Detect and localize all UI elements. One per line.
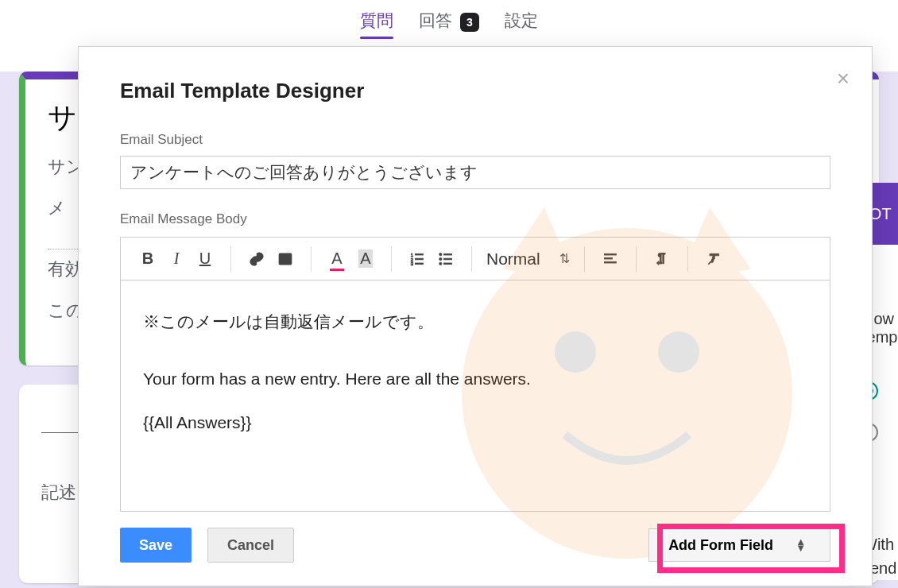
modal-title: Email Template Designer (120, 79, 830, 103)
underline-button[interactable]: U (194, 247, 216, 271)
tab-responses[interactable]: 回答 3 (419, 10, 479, 37)
text-color-button[interactable]: A (326, 247, 348, 271)
chevron-updown-icon: ▲▼ (795, 539, 806, 551)
svg-point-0 (462, 228, 792, 559)
tab-settings[interactable]: 設定 (505, 10, 538, 37)
email-template-designer-modal: × Email Template Designer Email Subject … (78, 46, 873, 586)
responses-count-badge: 3 (460, 13, 479, 32)
image-icon[interactable] (274, 247, 296, 271)
tab-questions[interactable]: 質問 (360, 10, 393, 37)
close-icon[interactable]: × (837, 66, 850, 91)
cancel-button[interactable]: Cancel (207, 528, 294, 563)
svg-point-2 (658, 331, 699, 373)
bold-button[interactable]: B (137, 247, 159, 271)
link-icon[interactable] (246, 247, 268, 271)
svg-point-4 (282, 256, 284, 258)
form-tabs: 質問 回答 3 設定 (0, 0, 898, 46)
svg-text:3: 3 (411, 261, 413, 266)
add-form-field-label: Add Form Field (668, 537, 773, 554)
watermark-illustration (420, 166, 834, 579)
subject-label: Email Subject (120, 132, 830, 148)
bg-color-button[interactable]: A (354, 247, 377, 271)
italic-button[interactable]: I (165, 247, 188, 271)
tab-responses-label: 回答 (419, 11, 452, 29)
add-form-field-select[interactable]: Add Form Field ▲▼ (648, 528, 830, 562)
save-button[interactable]: Save (120, 528, 192, 563)
svg-point-1 (555, 331, 596, 373)
